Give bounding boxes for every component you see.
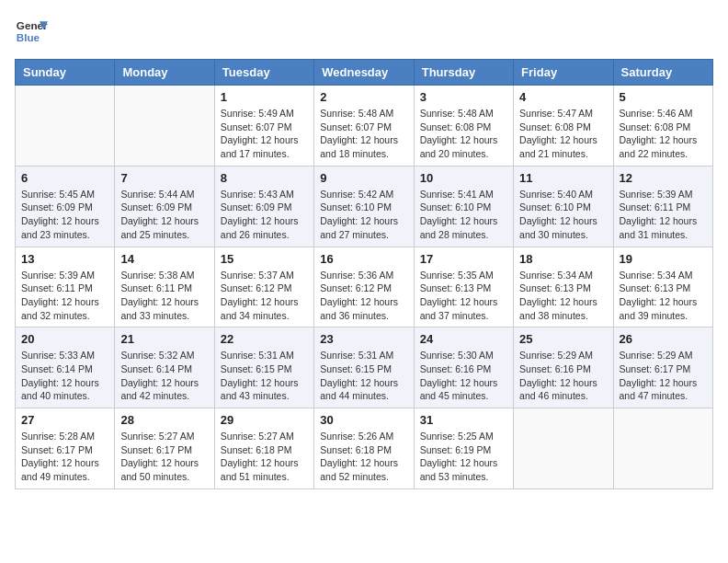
weekday-header-monday: Monday (115, 60, 214, 86)
day-info: Sunrise: 5:29 AMSunset: 6:17 PMDaylight:… (620, 349, 707, 403)
calendar-cell: 8Sunrise: 5:43 AMSunset: 6:09 PMDaylight… (214, 166, 313, 247)
day-number: 14 (120, 252, 208, 266)
day-number: 13 (21, 252, 108, 266)
day-number: 12 (620, 171, 707, 185)
calendar-cell (514, 408, 613, 489)
day-number: 23 (320, 332, 407, 346)
day-number: 15 (221, 252, 308, 266)
day-number: 27 (21, 413, 108, 427)
day-info: Sunrise: 5:48 AMSunset: 6:08 PMDaylight:… (420, 107, 507, 161)
calendar-cell: 31Sunrise: 5:25 AMSunset: 6:19 PMDayligh… (414, 408, 513, 489)
day-info: Sunrise: 5:42 AMSunset: 6:10 PMDaylight:… (320, 188, 407, 242)
day-info: Sunrise: 5:40 AMSunset: 6:10 PMDaylight:… (519, 188, 607, 242)
calendar-cell: 13Sunrise: 5:39 AMSunset: 6:11 PMDayligh… (16, 247, 115, 327)
weekday-header-saturday: Saturday (613, 60, 712, 86)
calendar-cell: 24Sunrise: 5:30 AMSunset: 6:16 PMDayligh… (414, 327, 513, 408)
calendar-cell: 27Sunrise: 5:28 AMSunset: 6:17 PMDayligh… (16, 408, 115, 489)
day-info: Sunrise: 5:31 AMSunset: 6:15 PMDaylight:… (320, 349, 407, 403)
weekday-header-thursday: Thursday (414, 60, 513, 86)
day-number: 21 (120, 332, 208, 346)
weekday-header-wednesday: Wednesday (314, 60, 414, 86)
calendar-cell: 2Sunrise: 5:48 AMSunset: 6:07 PMDaylight… (314, 86, 414, 167)
day-number: 28 (120, 413, 208, 427)
day-info: Sunrise: 5:47 AMSunset: 6:08 PMDaylight:… (519, 107, 607, 161)
day-number: 25 (519, 332, 607, 346)
day-number: 31 (420, 413, 507, 427)
page-header: General Blue (15, 15, 713, 48)
calendar-cell: 15Sunrise: 5:37 AMSunset: 6:12 PMDayligh… (214, 247, 313, 327)
day-number: 7 (120, 171, 208, 185)
calendar-cell: 5Sunrise: 5:46 AMSunset: 6:08 PMDaylight… (613, 86, 712, 167)
day-info: Sunrise: 5:37 AMSunset: 6:12 PMDaylight:… (221, 269, 308, 323)
day-number: 18 (519, 252, 607, 266)
calendar-cell: 11Sunrise: 5:40 AMSunset: 6:10 PMDayligh… (514, 166, 613, 247)
day-number: 4 (519, 90, 607, 104)
day-number: 1 (221, 90, 308, 104)
day-number: 6 (21, 171, 108, 185)
day-info: Sunrise: 5:27 AMSunset: 6:17 PMDaylight:… (120, 430, 208, 484)
calendar-cell: 1Sunrise: 5:49 AMSunset: 6:07 PMDaylight… (214, 86, 313, 167)
day-info: Sunrise: 5:46 AMSunset: 6:08 PMDaylight:… (620, 107, 707, 161)
calendar-cell: 10Sunrise: 5:41 AMSunset: 6:10 PMDayligh… (414, 166, 513, 247)
day-info: Sunrise: 5:38 AMSunset: 6:11 PMDaylight:… (120, 269, 208, 323)
day-info: Sunrise: 5:43 AMSunset: 6:09 PMDaylight:… (221, 188, 308, 242)
day-info: Sunrise: 5:39 AMSunset: 6:11 PMDaylight:… (21, 269, 108, 323)
day-info: Sunrise: 5:39 AMSunset: 6:11 PMDaylight:… (620, 188, 707, 242)
day-info: Sunrise: 5:33 AMSunset: 6:14 PMDaylight:… (21, 349, 108, 403)
calendar-cell: 18Sunrise: 5:34 AMSunset: 6:13 PMDayligh… (514, 247, 613, 327)
calendar-cell (613, 408, 712, 489)
calendar-cell: 21Sunrise: 5:32 AMSunset: 6:14 PMDayligh… (115, 327, 214, 408)
day-info: Sunrise: 5:26 AMSunset: 6:18 PMDaylight:… (320, 430, 407, 484)
calendar-cell: 23Sunrise: 5:31 AMSunset: 6:15 PMDayligh… (314, 327, 414, 408)
day-info: Sunrise: 5:32 AMSunset: 6:14 PMDaylight:… (120, 349, 208, 403)
calendar-cell: 7Sunrise: 5:44 AMSunset: 6:09 PMDaylight… (115, 166, 214, 247)
day-info: Sunrise: 5:44 AMSunset: 6:09 PMDaylight:… (120, 188, 208, 242)
day-info: Sunrise: 5:34 AMSunset: 6:13 PMDaylight:… (519, 269, 607, 323)
day-info: Sunrise: 5:28 AMSunset: 6:17 PMDaylight:… (21, 430, 108, 484)
day-info: Sunrise: 5:41 AMSunset: 6:10 PMDaylight:… (420, 188, 507, 242)
day-number: 19 (620, 252, 707, 266)
weekday-header-sunday: Sunday (16, 60, 115, 86)
day-number: 10 (420, 171, 507, 185)
day-info: Sunrise: 5:45 AMSunset: 6:09 PMDaylight:… (21, 188, 108, 242)
day-number: 29 (221, 413, 308, 427)
day-info: Sunrise: 5:25 AMSunset: 6:19 PMDaylight:… (420, 430, 507, 484)
calendar-cell: 17Sunrise: 5:35 AMSunset: 6:13 PMDayligh… (414, 247, 513, 327)
calendar-cell: 9Sunrise: 5:42 AMSunset: 6:10 PMDaylight… (314, 166, 414, 247)
calendar-cell: 4Sunrise: 5:47 AMSunset: 6:08 PMDaylight… (514, 86, 613, 167)
day-number: 11 (519, 171, 607, 185)
calendar-cell (16, 86, 115, 167)
calendar-cell: 22Sunrise: 5:31 AMSunset: 6:15 PMDayligh… (214, 327, 313, 408)
day-number: 17 (420, 252, 507, 266)
calendar-cell: 30Sunrise: 5:26 AMSunset: 6:18 PMDayligh… (314, 408, 414, 489)
day-number: 26 (620, 332, 707, 346)
day-number: 8 (221, 171, 308, 185)
weekday-header-friday: Friday (514, 60, 613, 86)
day-info: Sunrise: 5:34 AMSunset: 6:13 PMDaylight:… (620, 269, 707, 323)
day-number: 24 (420, 332, 507, 346)
day-number: 2 (320, 90, 407, 104)
calendar-cell: 26Sunrise: 5:29 AMSunset: 6:17 PMDayligh… (613, 327, 712, 408)
day-number: 3 (420, 90, 507, 104)
day-info: Sunrise: 5:31 AMSunset: 6:15 PMDaylight:… (221, 349, 308, 403)
logo-icon: General Blue (15, 15, 48, 48)
calendar-cell: 14Sunrise: 5:38 AMSunset: 6:11 PMDayligh… (115, 247, 214, 327)
calendar-table: SundayMondayTuesdayWednesdayThursdayFrid… (15, 59, 713, 489)
day-info: Sunrise: 5:49 AMSunset: 6:07 PMDaylight:… (221, 107, 308, 161)
calendar-cell: 19Sunrise: 5:34 AMSunset: 6:13 PMDayligh… (613, 247, 712, 327)
calendar-cell: 28Sunrise: 5:27 AMSunset: 6:17 PMDayligh… (115, 408, 214, 489)
calendar-cell: 25Sunrise: 5:29 AMSunset: 6:16 PMDayligh… (514, 327, 613, 408)
calendar-cell: 6Sunrise: 5:45 AMSunset: 6:09 PMDaylight… (16, 166, 115, 247)
calendar-cell: 20Sunrise: 5:33 AMSunset: 6:14 PMDayligh… (16, 327, 115, 408)
calendar-cell: 29Sunrise: 5:27 AMSunset: 6:18 PMDayligh… (214, 408, 313, 489)
day-number: 22 (221, 332, 308, 346)
calendar-cell: 12Sunrise: 5:39 AMSunset: 6:11 PMDayligh… (613, 166, 712, 247)
day-number: 30 (320, 413, 407, 427)
day-info: Sunrise: 5:36 AMSunset: 6:12 PMDaylight:… (320, 269, 407, 323)
day-info: Sunrise: 5:27 AMSunset: 6:18 PMDaylight:… (221, 430, 308, 484)
day-number: 5 (620, 90, 707, 104)
logo: General Blue (15, 15, 48, 48)
weekday-header-tuesday: Tuesday (214, 60, 313, 86)
day-number: 20 (21, 332, 108, 346)
day-info: Sunrise: 5:30 AMSunset: 6:16 PMDaylight:… (420, 349, 507, 403)
